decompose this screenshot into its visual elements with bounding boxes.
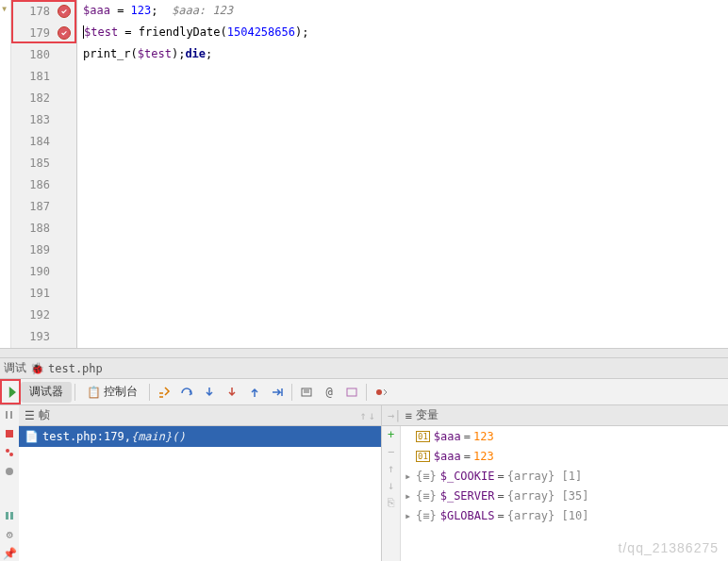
code-line[interactable]: $aaa = 123; $aaa: 123 [83, 0, 728, 22]
line-number[interactable]: 183 [11, 108, 76, 130]
step-into-icon[interactable] [199, 382, 220, 403]
var-row[interactable]: 01$aaa=123 [401, 446, 728, 466]
run-to-cursor-icon[interactable] [267, 382, 288, 403]
debug-sidebar: ⚙ 📌 [0, 405, 19, 561]
debug-file: test.php [48, 362, 103, 375]
frames-panel: ☰ 帧 ↑ ↓ 📄 test.php:179, {main}() [19, 405, 382, 561]
resume-button[interactable] [0, 379, 21, 404]
svg-rect-8 [10, 512, 13, 520]
down-icon[interactable]: ↓ [388, 479, 394, 492]
array-icon: {≡} [416, 470, 437, 483]
variables-panel: →| ≡ 变量 + − ↑ ↓ ⎘ 01$aaa=123 01$aaa=123 … [382, 405, 728, 561]
line-number[interactable]: 186 [11, 173, 76, 195]
frame-icon: 📄 [25, 430, 39, 443]
next-frame-icon[interactable]: ↓ [369, 409, 375, 422]
line-number[interactable]: 185 [11, 152, 76, 173]
svg-rect-7 [6, 512, 8, 520]
mute-icon[interactable] [2, 464, 17, 479]
line-number[interactable]: 188 [11, 217, 76, 239]
expand-icon[interactable]: ▸ [405, 509, 416, 522]
debug-panels: ⚙ 📌 ☰ 帧 ↑ ↓ 📄 test.php:179, {main}() →| … [0, 405, 728, 561]
layout-icon[interactable] [2, 508, 17, 523]
prev-icon[interactable]: →| [388, 409, 401, 422]
remove-icon[interactable]: − [388, 445, 394, 458]
svg-point-2 [376, 389, 382, 395]
frames-list[interactable]: 📄 test.php:179, {main}() [19, 426, 381, 561]
debug-label: 调试 [4, 360, 26, 376]
var-row[interactable]: ▸{≡}$_SERVER={array} [35] [401, 486, 728, 505]
line-number[interactable]: 192 [11, 304, 76, 325]
up-icon[interactable]: ↑ [388, 462, 394, 475]
array-icon: {≡} [416, 489, 437, 503]
line-number[interactable]: 187 [11, 195, 76, 217]
step-out-icon[interactable] [244, 382, 265, 403]
debug-title-bar: 调试 🐞 test.php [0, 358, 728, 379]
svg-point-5 [9, 453, 13, 456]
var-row[interactable]: ▸{≡}$GLOBALS={array} [10] [401, 505, 728, 525]
show-exec-icon[interactable] [154, 382, 174, 403]
at-icon[interactable]: @ [319, 382, 339, 403]
watch-icon[interactable] [341, 382, 362, 403]
breakpoint-highlight [11, 0, 76, 43]
line-number[interactable]: 189 [11, 239, 76, 260]
line-number[interactable]: 191 [11, 282, 76, 304]
evaluate-icon[interactable] [296, 382, 317, 403]
prev-frame-icon[interactable]: ↑ [360, 409, 367, 422]
funnel-icon: ▾ [1, 2, 8, 15]
splitter[interactable] [0, 349, 728, 358]
watermark: t/qq_21386275 [619, 540, 719, 555]
tab-console[interactable]: 📋控制台 [78, 382, 146, 403]
line-number[interactable]: 190 [11, 260, 76, 282]
pin-icon[interactable]: 📌 [2, 546, 17, 561]
pause-icon[interactable] [2, 407, 17, 422]
code-area[interactable]: $aaa = 123; $aaa: 123 $test = friendlyDa… [77, 0, 728, 348]
var-toolbar: + − ↑ ↓ ⎘ [382, 426, 401, 561]
step-over-icon[interactable] [176, 382, 197, 403]
folding-gutter: ▾ [0, 0, 11, 348]
var-row[interactable]: ▸{≡}$_COOKIE={array} [1] [401, 466, 728, 486]
frames-icon: ☰ [25, 409, 35, 422]
int-icon: 01 [416, 451, 430, 462]
line-number[interactable]: 182 [11, 87, 76, 108]
svg-rect-1 [347, 388, 356, 396]
line-number[interactable]: 181 [11, 65, 76, 87]
view-bp-icon[interactable] [2, 445, 17, 460]
array-icon: {≡} [416, 509, 437, 522]
tab-debugger[interactable]: 调试器 [21, 382, 72, 403]
code-line[interactable]: print_r($test);die; [83, 43, 728, 65]
line-gutter[interactable]: 178 179 180 181 182 183 184 185 186 187 … [11, 0, 77, 348]
mute-bp-icon[interactable] [371, 382, 391, 403]
expand-icon[interactable]: ▸ [405, 489, 416, 503]
svg-point-4 [6, 449, 9, 453]
stop-icon[interactable] [2, 426, 17, 441]
settings-icon[interactable]: ⚙ [2, 527, 17, 542]
line-number[interactable]: 180 [11, 43, 76, 65]
frame-row[interactable]: 📄 test.php:179, {main}() [19, 426, 381, 447]
copy-icon[interactable]: ⎘ [388, 496, 394, 509]
add-watch-icon[interactable]: + [388, 428, 394, 441]
expand-icon[interactable]: ▸ [405, 470, 416, 483]
bug-icon: 🐞 [30, 362, 44, 375]
line-number[interactable]: 184 [11, 130, 76, 152]
svg-rect-3 [6, 430, 13, 437]
svg-point-6 [6, 468, 13, 475]
vars-icon: ≡ [405, 409, 411, 422]
int-icon: 01 [416, 431, 430, 442]
force-step-into-icon[interactable] [222, 382, 242, 403]
vars-header: →| ≡ 变量 [382, 405, 728, 426]
debug-toolbar: 调试器 📋控制台 @ [0, 379, 728, 405]
frames-header: ☰ 帧 ↑ ↓ [19, 405, 381, 426]
code-line[interactable]: $test = friendlyDate(1504258656); [83, 22, 728, 43]
line-number[interactable]: 193 [11, 325, 76, 347]
var-row[interactable]: 01$aaa=123 [401, 426, 728, 446]
